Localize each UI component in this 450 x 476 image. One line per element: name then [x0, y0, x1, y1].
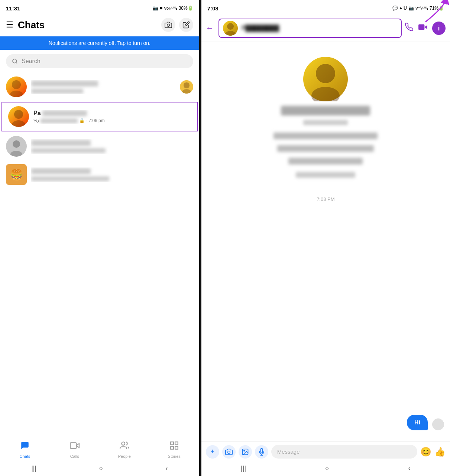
camera-button[interactable]: [161, 18, 175, 32]
camera-status-icon-right: 📷: [408, 6, 414, 11]
header-person-silhouette: [223, 21, 238, 36]
message-timestamp: 7:08 PM: [317, 196, 334, 202]
chat-item-3[interactable]: [0, 132, 199, 160]
image-input-icon: [242, 448, 249, 456]
avatar-2: [8, 106, 29, 127]
chat-info-4: [31, 167, 189, 182]
message-input-field[interactable]: Message: [271, 445, 417, 459]
calls-nav-icon: [70, 441, 80, 453]
svg-point-5: [184, 82, 190, 88]
battery-status-right: 71%🔋: [430, 6, 444, 11]
svg-point-25: [227, 451, 230, 453]
message-text-hi: Hi: [414, 419, 420, 426]
contact-detail-2: [277, 145, 374, 152]
unread-avatar-1: [180, 80, 193, 94]
chat-name-blurred-2: [42, 110, 87, 116]
image-input-button[interactable]: [239, 445, 252, 459]
chat-name-1: [31, 81, 98, 87]
chat-bubble-icon: [20, 441, 30, 450]
notification-text: Notifications are currently off. Tap to …: [49, 40, 150, 46]
nav-label-stories: Stories: [168, 454, 181, 459]
svg-point-0: [167, 24, 169, 27]
contact-large-silhouette: [303, 57, 348, 101]
search-bar[interactable]: Search: [6, 54, 193, 68]
video-call-button[interactable]: [418, 22, 428, 34]
svg-point-23: [316, 64, 335, 83]
wifi-icon: Vol₄ᴸᵀᴱ₁: [164, 6, 177, 11]
svg-point-7: [14, 110, 23, 119]
hamburger-icon[interactable]: ☰: [6, 20, 13, 30]
chat-header-info[interactable]: P████████: [218, 19, 402, 38]
svg-point-13: [122, 442, 125, 445]
svg-line-2: [16, 62, 17, 63]
emoji-button[interactable]: 😊: [420, 447, 431, 457]
svg-marker-20: [424, 25, 427, 29]
sender-avatar-thumb: [432, 418, 444, 430]
chats-nav-icon: [20, 441, 30, 453]
info-button[interactable]: i: [432, 22, 446, 35]
back-btn-left[interactable]: ‹: [166, 464, 168, 472]
chat-item-4[interactable]: 🍔: [0, 160, 199, 189]
svg-marker-11: [76, 444, 79, 448]
nav-label-calls: Calls: [70, 454, 79, 459]
nav-item-people[interactable]: People: [100, 441, 149, 459]
nav-item-stories[interactable]: Stories: [149, 441, 199, 459]
right-panel: 7:08 💬 ● U 📷 Vᵒˡ₄ᴸᵀᴱ₁ 71%🔋 ← P████████: [201, 0, 450, 476]
avatar-4: 🍔: [6, 164, 27, 185]
camera-status-icon: 📷: [153, 6, 158, 11]
recent-apps-btn-right[interactable]: |||: [241, 464, 246, 472]
like-button[interactable]: 👍: [434, 447, 446, 457]
message-bubble-hi: Hi: [407, 415, 428, 430]
mic-input-button[interactable]: [255, 445, 268, 459]
svg-rect-14: [171, 442, 174, 445]
camera-input-button[interactable]: [222, 445, 236, 459]
video-call-icon: [70, 441, 80, 450]
plus-button[interactable]: +: [206, 445, 219, 459]
recent-apps-btn-left[interactable]: |||: [31, 464, 36, 472]
chat-info-2: Pa Yo 🔒 · 7:06 pm: [33, 110, 191, 124]
chat-name-row-2: Pa: [33, 110, 191, 117]
notification-banner[interactable]: Notifications are currently off. Tap to …: [0, 36, 199, 50]
person-silhouette-2: [8, 106, 29, 127]
svg-point-6: [182, 89, 191, 94]
stories-nav-icon: [169, 441, 179, 453]
spacer-left: [0, 254, 199, 436]
person-silhouette-3: [6, 136, 27, 157]
home-btn-right[interactable]: ○: [325, 464, 329, 472]
plus-icon: +: [210, 448, 214, 456]
header-actions: i: [405, 22, 446, 35]
nav-item-chats[interactable]: Chats: [0, 441, 50, 459]
chat-preview-1: [31, 89, 83, 94]
chat-info-1: [31, 80, 175, 94]
phone-call-button[interactable]: [405, 23, 414, 34]
chat-preview-row-2: Yo 🔒 · 7:06 pm: [33, 118, 191, 124]
system-bar-left: ||| ○ ‹: [0, 462, 199, 476]
contact-avatar-large: [303, 57, 348, 101]
svg-point-4: [10, 91, 23, 97]
search-placeholder: Search: [22, 58, 41, 65]
back-btn-right[interactable]: ‹: [408, 464, 411, 472]
chat-preview-yo: Yo: [33, 118, 39, 124]
chat-item-1[interactable]: [0, 73, 199, 101]
chat-preview-4: [31, 176, 109, 181]
food-icon: 🍔: [10, 169, 23, 181]
back-button[interactable]: ←: [206, 23, 214, 33]
u-icon: U: [404, 6, 407, 11]
chat-item-2-selected[interactable]: Pa Yo 🔒 · 7:06 pm: [1, 102, 198, 131]
home-btn-left[interactable]: ○: [99, 464, 103, 472]
person-silhouette-1: [6, 76, 27, 97]
chat-preview-blurred-2: [41, 118, 78, 123]
chat-list: Pa Yo 🔒 · 7:06 pm: [0, 73, 199, 254]
message-row: Hi: [207, 415, 444, 434]
wifi-status-icon: Vᵒˡ₄ᴸᵀᴱ₁: [415, 6, 428, 11]
edit-button[interactable]: [179, 18, 193, 32]
people-icon: [120, 441, 129, 450]
contact-name-header: P████████: [242, 25, 279, 32]
status-bar-right: 7:08 💬 ● U 📷 Vᵒˡ₄ᴸᵀᴱ₁ 71%🔋: [201, 0, 450, 16]
status-time-left: 11:31: [6, 5, 20, 12]
nav-item-calls[interactable]: Calls: [50, 441, 100, 459]
people-nav-icon: [120, 441, 129, 453]
status-time-right: 7:08: [207, 5, 218, 12]
svg-point-1: [13, 59, 17, 63]
bottom-nav: Chats Calls People: [0, 436, 199, 462]
